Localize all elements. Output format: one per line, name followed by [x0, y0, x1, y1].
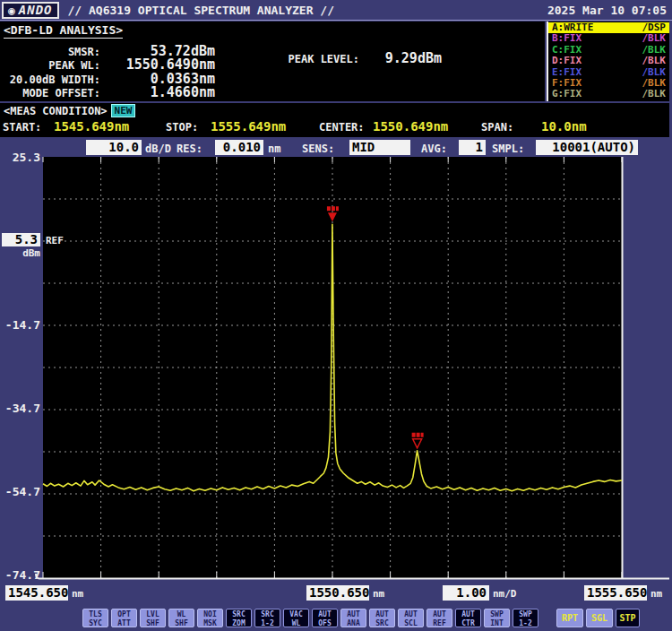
- softkey-aut-src[interactable]: AUTSRC: [369, 609, 395, 627]
- ando-logo-text: ANDO: [19, 3, 53, 17]
- smpl-box[interactable]: 10001(AUTO): [536, 140, 638, 155]
- xstop-unit: nm: [650, 588, 662, 600]
- start-label: START:: [3, 121, 54, 134]
- trace-list: A:WRITE/DSPB:FIX/BLKC:FIX/BLKD:FIX/BLKE:…: [547, 22, 669, 101]
- peak-level-value: 9.29dBm: [359, 50, 442, 66]
- softkey-aut-scl[interactable]: AUTSCL: [398, 609, 424, 627]
- softkey-aut-ctr[interactable]: AUTCTR: [455, 609, 481, 627]
- softkey-aut-ref[interactable]: AUTREF: [426, 609, 452, 627]
- datetime: 2025 Mar 10 07:05: [547, 4, 667, 17]
- ando-mark-icon: ◉: [8, 4, 16, 17]
- res-label: RES:: [177, 143, 202, 155]
- marker-glyph: [327, 206, 331, 211]
- peak-level-readout: PEAK LEVEL: 9.29dBm: [273, 50, 442, 66]
- peak-wl-label: PEAK WL:: [0, 59, 100, 72]
- trace-mode: /BLK: [642, 33, 667, 44]
- sens-label: SENS:: [302, 143, 334, 155]
- mode-offset-label: MODE OFFSET:: [0, 87, 100, 99]
- trace-mode: /BLK: [642, 89, 667, 99]
- avg-box[interactable]: 1: [459, 140, 486, 155]
- xstart-unit: nm: [72, 588, 83, 600]
- settings-row: 10.0 dB/D RES: 0.010 nm SENS: MID AVG: 1…: [0, 140, 672, 156]
- ando-logo: ◉ ANDO: [2, 2, 59, 19]
- instrument-title: // AQ6319 OPTICAL SPECTRUM ANALYZER //: [68, 4, 334, 17]
- marker-glyph: [332, 206, 335, 211]
- scale-box[interactable]: 10.0: [86, 140, 142, 155]
- xdiv-box[interactable]: 1.00: [443, 585, 489, 601]
- xcenter-unit: nm: [373, 588, 384, 600]
- softkey-src-zom[interactable]: SRCZOM: [226, 609, 252, 627]
- analysis-title: <DFB-LD ANALYSIS>: [4, 23, 123, 39]
- osa-screen: ◉ ANDO // AQ6319 OPTICAL SPECTRUM ANALYZ…: [0, 0, 672, 631]
- marker-glyph: [412, 433, 416, 437]
- xstart-box[interactable]: 1545.650: [5, 585, 68, 601]
- trace-b[interactable]: B:FIX/BLK: [548, 33, 669, 44]
- span-label: SPAN:: [481, 121, 541, 134]
- res-box[interactable]: 0.010: [215, 140, 263, 155]
- header-bar: ◉ ANDO // AQ6319 OPTICAL SPECTRUM ANALYZ…: [0, 0, 672, 21]
- ref-line-label: REF: [46, 235, 64, 246]
- span-value: 10.0nm: [541, 119, 587, 134]
- softkey-opt-att[interactable]: OPTATT: [111, 609, 137, 627]
- scale-unit: dB/D: [145, 143, 171, 155]
- softkey-swp-1-2[interactable]: SWP1-2: [513, 609, 538, 627]
- softkey-lvl-shf[interactable]: LVLSHF: [140, 609, 166, 627]
- trace-name: G:FIX: [552, 89, 582, 99]
- center-value: 1550.649nm: [373, 119, 448, 134]
- stop-value: 1555.649nm: [211, 119, 286, 134]
- trace-name: B:FIX: [552, 33, 582, 44]
- spectrum-plot[interactable]: [0, 157, 672, 585]
- softkey-stp[interactable]: STP: [616, 609, 640, 627]
- softkey-swp-int[interactable]: SWPINT: [484, 609, 510, 627]
- mode-offset-value: 1.4660nm: [100, 84, 215, 100]
- softkey-wl-shf[interactable]: WLSHF: [168, 609, 194, 627]
- center-field[interactable]: CENTER: 1550.649nm: [319, 119, 448, 134]
- softkey-noi-msk[interactable]: NOIMSK: [197, 609, 223, 627]
- softkey-rpt[interactable]: RPT: [556, 609, 583, 627]
- softkey-aut-ofs[interactable]: AUTOFS: [312, 609, 338, 627]
- xdiv-unit: nm/D: [493, 588, 517, 600]
- marker-glyph: [336, 206, 339, 211]
- smpl-label: SMPL:: [492, 143, 524, 155]
- softkey-tls-syc[interactable]: TLSSYC: [82, 609, 108, 627]
- trace-g[interactable]: G:FIX/BLK: [548, 89, 669, 99]
- sens-box[interactable]: MID: [349, 140, 410, 155]
- meas-condition-title: <MEAS CONDITION>: [4, 105, 108, 117]
- softkey-aut-ana[interactable]: AUTANA: [340, 609, 366, 627]
- marker-glyph: [417, 433, 420, 437]
- meas-condition-panel: <MEAS CONDITION> NEW START: 1545.649nm S…: [0, 103, 669, 137]
- softkey-bar: TLSSYCOPTATTLVLSHFWLSHFNOIMSKSRCZOMSRC1-…: [82, 609, 640, 627]
- span-field[interactable]: SPAN: 10.0nm: [481, 119, 587, 134]
- softkey-vac-wl[interactable]: VACWL: [283, 609, 309, 627]
- avg-label: AVG:: [421, 143, 447, 155]
- softkey-sgl[interactable]: SGL: [586, 609, 613, 627]
- xcenter-box[interactable]: 1550.650: [306, 585, 369, 601]
- trace-name: D:FIX: [552, 56, 582, 66]
- new-badge: NEW: [111, 104, 136, 117]
- trace-d[interactable]: D:FIX/BLK: [548, 56, 669, 66]
- softkey-src-1-2[interactable]: SRC1-2: [254, 609, 280, 627]
- stop-field[interactable]: STOP: 1555.649nm: [166, 119, 286, 134]
- start-field[interactable]: START: 1545.649nm: [3, 119, 129, 134]
- marker-glyph: [421, 433, 424, 437]
- analysis-row-mode-offset: MODE OFFSET: 1.4660nm: [0, 84, 215, 100]
- res-unit: nm: [268, 143, 280, 155]
- xstop-box[interactable]: 1555.650: [584, 585, 647, 601]
- trace-mode: /BLK: [642, 56, 667, 66]
- dfb-ld-analysis-panel: <DFB-LD ANALYSIS> SMSR: 53.72dBm PEAK WL…: [0, 22, 545, 101]
- peak-level-label: PEAK LEVEL:: [273, 53, 359, 65]
- center-label: CENTER:: [319, 121, 373, 134]
- start-value: 1545.649nm: [54, 119, 129, 134]
- stop-label: STOP:: [166, 121, 211, 134]
